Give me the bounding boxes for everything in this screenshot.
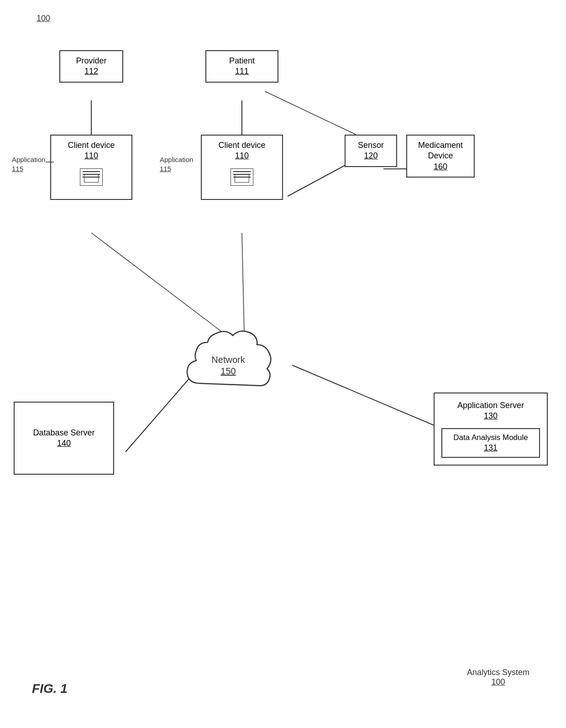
connection-lines: [0, 0, 566, 728]
cloud-shape: Network 150: [173, 319, 283, 399]
top-reference: 100: [37, 14, 50, 23]
network-node: Network 150: [173, 319, 283, 399]
screen-icon-provider: [80, 168, 103, 186]
diagram: 100 Provider 112 Patient 111: [0, 0, 566, 728]
data-analysis-module-node: Data Analysis Module 131: [441, 428, 540, 458]
svg-line-7: [292, 365, 443, 429]
figure-label: FIG. 1: [32, 681, 68, 696]
svg-text:150: 150: [220, 366, 236, 376]
screen-icon-patient: [231, 168, 253, 186]
client-device-patient-node: Client device 110: [201, 135, 283, 200]
analytics-system-label: Analytics System 100: [467, 668, 529, 687]
svg-text:Network: Network: [211, 355, 245, 365]
application-provider-label: Application 115: [12, 155, 45, 173]
patient-node: Patient 111: [205, 50, 278, 83]
provider-node: Provider 112: [59, 50, 123, 83]
medicament-device-node: Medicament Device 160: [406, 135, 475, 178]
application-patient-label: Application 115: [160, 155, 193, 173]
database-server-node: Database Server 140: [14, 402, 114, 475]
svg-line-4: [91, 233, 224, 333]
client-device-provider-node: Client device 110: [50, 135, 132, 200]
client-device-provider-screen: [78, 163, 105, 191]
application-server-node: Application Server 130 Data Analysis Mod…: [434, 393, 548, 466]
client-device-patient-screen: [228, 163, 256, 191]
svg-line-5: [242, 233, 244, 333]
sensor-node: Sensor 120: [345, 135, 397, 167]
svg-line-3: [288, 164, 347, 196]
svg-line-2: [265, 91, 356, 135]
